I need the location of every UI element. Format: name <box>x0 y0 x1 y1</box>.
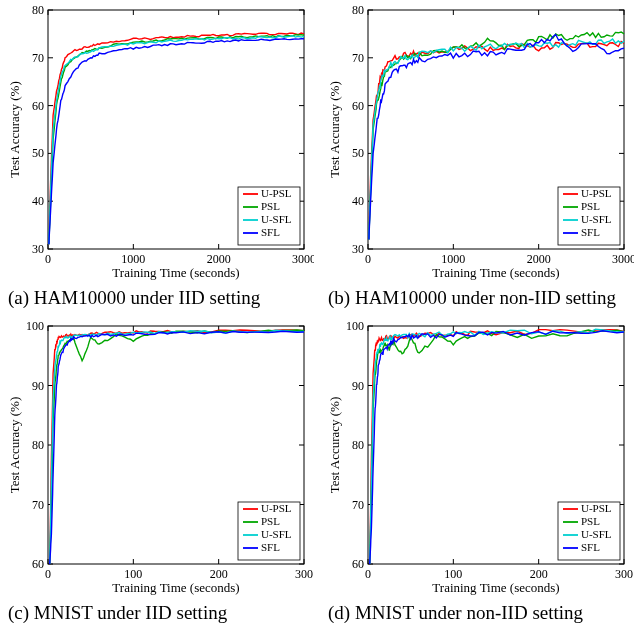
svg-text:200: 200 <box>210 567 228 581</box>
svg-text:60: 60 <box>352 99 364 113</box>
svg-text:80: 80 <box>32 438 44 452</box>
svg-text:Training Time (seconds): Training Time (seconds) <box>112 265 239 280</box>
chart-b: 0100020003000304050607080U-PSLPSLU-SFLSF… <box>326 4 634 283</box>
svg-text:3000: 3000 <box>612 252 634 266</box>
svg-text:U-PSL: U-PSL <box>581 502 612 514</box>
svg-text:Test Accuracy (%): Test Accuracy (%) <box>327 81 342 178</box>
svg-text:80: 80 <box>352 4 364 17</box>
svg-text:U-SFL: U-SFL <box>581 528 612 540</box>
svg-text:PSL: PSL <box>261 200 280 212</box>
svg-text:70: 70 <box>352 497 364 511</box>
svg-text:Training Time (seconds): Training Time (seconds) <box>112 580 239 595</box>
svg-text:100: 100 <box>346 320 364 333</box>
svg-text:1000: 1000 <box>121 252 145 266</box>
svg-text:70: 70 <box>32 51 44 65</box>
svg-text:100: 100 <box>444 567 462 581</box>
svg-text:60: 60 <box>352 557 364 571</box>
svg-text:SFL: SFL <box>261 226 280 238</box>
svg-text:30: 30 <box>32 242 44 256</box>
svg-text:50: 50 <box>352 146 364 160</box>
svg-text:300: 300 <box>615 567 633 581</box>
chart-d: 010020030060708090100U-PSLPSLU-SFLSFLTra… <box>326 320 634 598</box>
svg-text:0: 0 <box>45 567 51 581</box>
svg-text:70: 70 <box>32 497 44 511</box>
caption-b: (b) HAM10000 under non-IID setting <box>326 283 634 310</box>
svg-text:50: 50 <box>32 146 44 160</box>
chart-a: 0100020003000304050607080U-PSLPSLU-SFLSF… <box>6 4 314 283</box>
svg-text:PSL: PSL <box>581 200 600 212</box>
svg-text:SFL: SFL <box>581 541 600 553</box>
svg-text:90: 90 <box>32 378 44 392</box>
svg-text:2000: 2000 <box>207 252 231 266</box>
svg-text:300: 300 <box>295 567 313 581</box>
svg-text:2000: 2000 <box>527 252 551 266</box>
svg-text:SFL: SFL <box>581 226 600 238</box>
svg-text:SFL: SFL <box>261 541 280 553</box>
svg-text:Training Time (seconds): Training Time (seconds) <box>432 265 559 280</box>
svg-text:40: 40 <box>32 194 44 208</box>
svg-text:U-SFL: U-SFL <box>261 213 292 225</box>
svg-text:1000: 1000 <box>441 252 465 266</box>
svg-text:U-PSL: U-PSL <box>261 502 292 514</box>
svg-text:3000: 3000 <box>292 252 314 266</box>
svg-text:Test Accuracy (%): Test Accuracy (%) <box>327 397 342 494</box>
svg-text:100: 100 <box>26 320 44 333</box>
svg-text:U-SFL: U-SFL <box>261 528 292 540</box>
caption-c: (c) MNIST under IID setting <box>6 598 314 625</box>
svg-text:40: 40 <box>352 194 364 208</box>
svg-text:0: 0 <box>365 567 371 581</box>
svg-text:200: 200 <box>530 567 548 581</box>
svg-text:0: 0 <box>365 252 371 266</box>
svg-text:PSL: PSL <box>261 515 280 527</box>
svg-text:80: 80 <box>32 4 44 17</box>
svg-text:100: 100 <box>124 567 142 581</box>
svg-text:U-PSL: U-PSL <box>261 187 292 199</box>
svg-text:U-SFL: U-SFL <box>581 213 612 225</box>
caption-d: (d) MNIST under non-IID setting <box>326 598 634 625</box>
svg-text:70: 70 <box>352 51 364 65</box>
svg-text:U-PSL: U-PSL <box>581 187 612 199</box>
svg-text:90: 90 <box>352 378 364 392</box>
svg-text:60: 60 <box>32 557 44 571</box>
svg-text:Test Accuracy (%): Test Accuracy (%) <box>7 81 22 178</box>
svg-text:80: 80 <box>352 438 364 452</box>
svg-text:0: 0 <box>45 252 51 266</box>
svg-text:Test Accuracy (%): Test Accuracy (%) <box>7 397 22 494</box>
svg-text:Training Time (seconds): Training Time (seconds) <box>432 580 559 595</box>
chart-c: 010020030060708090100U-PSLPSLU-SFLSFLTra… <box>6 320 314 598</box>
svg-text:30: 30 <box>352 242 364 256</box>
svg-text:60: 60 <box>32 99 44 113</box>
svg-text:PSL: PSL <box>581 515 600 527</box>
caption-a: (a) HAM10000 under IID setting <box>6 283 314 310</box>
